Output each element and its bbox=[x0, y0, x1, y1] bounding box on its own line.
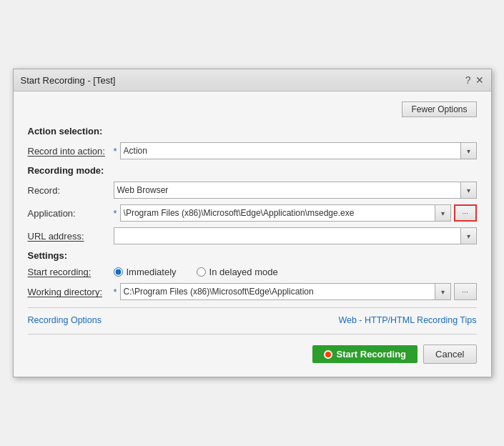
working-dir-required: * bbox=[114, 287, 117, 297]
url-input[interactable] bbox=[114, 227, 461, 244]
recording-options-link[interactable]: Recording Options bbox=[28, 315, 102, 325]
record-into-row: Record into action: * ▾ bbox=[28, 142, 477, 159]
settings-heading: Settings: bbox=[28, 250, 477, 261]
record-into-label: Record into action: bbox=[28, 146, 114, 157]
url-label: URL address: bbox=[28, 231, 114, 242]
recording-mode-heading: Recording mode: bbox=[28, 165, 477, 176]
start-recording-row: Start recording: Immediately In delayed … bbox=[28, 267, 477, 277]
top-row: Fewer Options bbox=[28, 101, 477, 117]
chevron-down-icon2: ▾ bbox=[467, 187, 470, 194]
working-dir-browse-button[interactable]: ··· bbox=[454, 283, 477, 300]
record-into-input[interactable] bbox=[120, 142, 461, 159]
browse-dots-icon2: ··· bbox=[462, 287, 468, 296]
settings-section: Settings: Start recording: Immediately I… bbox=[28, 250, 477, 300]
url-row: URL address: ▾ bbox=[28, 227, 477, 244]
cancel-button[interactable]: Cancel bbox=[423, 345, 476, 364]
delayed-radio[interactable] bbox=[197, 267, 206, 277]
dialog-body: Fewer Options Action selection: Record i… bbox=[14, 91, 491, 377]
application-row: Application: * ▾ ··· bbox=[28, 204, 477, 222]
immediately-label: Immediately bbox=[127, 267, 177, 277]
chevron-down-icon5: ▾ bbox=[441, 288, 445, 296]
record-into-dropdown-btn[interactable]: ▾ bbox=[461, 142, 477, 159]
record-label: Record: bbox=[28, 185, 114, 196]
chevron-down-icon: ▾ bbox=[467, 147, 470, 155]
close-button[interactable]: ✕ bbox=[475, 74, 484, 86]
links-row: Recording Options Web - HTTP/HTML Record… bbox=[28, 315, 477, 325]
chevron-down-icon3: ▾ bbox=[441, 209, 445, 217]
url-combo: ▾ bbox=[114, 227, 477, 244]
divider bbox=[28, 307, 477, 308]
record-combo: ▾ bbox=[114, 182, 477, 199]
recording-tips-link[interactable]: Web - HTTP/HTML Recording Tips bbox=[338, 315, 476, 325]
immediately-option[interactable]: Immediately bbox=[114, 267, 177, 277]
fewer-options-button[interactable]: Fewer Options bbox=[402, 101, 476, 117]
application-browse-button[interactable]: ··· bbox=[454, 204, 477, 222]
application-combo: ▾ bbox=[120, 204, 451, 222]
start-recording-radio-group: Immediately In delayed mode bbox=[114, 267, 278, 277]
dialog: Start Recording - [Test] ? ✕ Fewer Optio… bbox=[13, 69, 492, 377]
immediately-radio[interactable] bbox=[114, 267, 123, 277]
start-recording-label: Start recording: bbox=[28, 267, 114, 277]
record-dropdown-btn[interactable]: ▾ bbox=[461, 182, 477, 199]
title-bar: Start Recording - [Test] ? ✕ bbox=[14, 69, 491, 91]
delayed-option[interactable]: In delayed mode bbox=[197, 267, 278, 277]
application-label: Application: bbox=[28, 208, 114, 219]
working-dir-row: Working directory: * ▾ ··· bbox=[28, 283, 477, 300]
start-recording-button[interactable]: Start Recording bbox=[312, 345, 418, 363]
application-dropdown-btn[interactable]: ▾ bbox=[435, 204, 451, 222]
working-dir-combo: ▾ bbox=[120, 283, 451, 300]
url-dropdown-btn[interactable]: ▾ bbox=[461, 227, 477, 244]
help-button[interactable]: ? bbox=[465, 74, 471, 86]
footer-row: Start Recording Cancel bbox=[28, 339, 477, 367]
record-into-required: * bbox=[114, 146, 117, 157]
record-row: Record: ▾ bbox=[28, 182, 477, 199]
action-selection-heading: Action selection: bbox=[28, 126, 477, 137]
browse-dots-icon: ··· bbox=[462, 209, 468, 217]
record-dot-icon bbox=[324, 350, 332, 359]
working-dir-input[interactable] bbox=[120, 283, 435, 300]
record-into-combo: ▾ bbox=[120, 142, 477, 159]
footer-divider bbox=[28, 334, 477, 334]
application-required: * bbox=[114, 208, 117, 219]
working-dir-label: Working directory: bbox=[28, 287, 114, 297]
dialog-title: Start Recording - [Test] bbox=[21, 75, 116, 86]
chevron-down-icon4: ▾ bbox=[467, 232, 470, 240]
working-dir-dropdown-btn[interactable]: ▾ bbox=[435, 283, 451, 300]
application-input[interactable] bbox=[120, 204, 435, 222]
title-controls: ? ✕ bbox=[465, 74, 484, 86]
delayed-label: In delayed mode bbox=[209, 267, 278, 277]
record-input[interactable] bbox=[114, 182, 461, 199]
start-recording-label: Start Recording bbox=[337, 349, 407, 360]
